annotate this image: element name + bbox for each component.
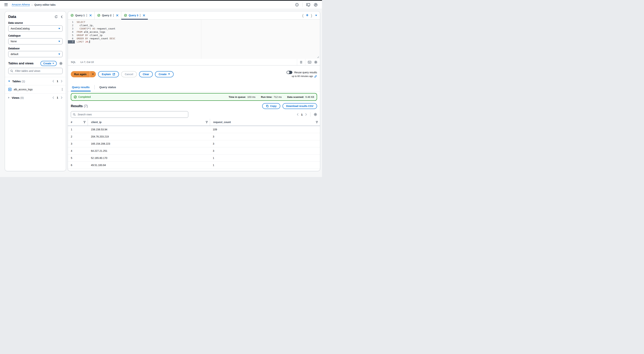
select-catalogue[interactable]: None — [8, 38, 62, 44]
edit-pencil-icon[interactable] — [314, 75, 317, 78]
filter-funnel-icon[interactable] — [206, 121, 208, 123]
tables-expand-icon[interactable] — [8, 81, 10, 82]
explain-button[interactable]: Explain — [98, 71, 119, 77]
close-tab-icon[interactable] — [143, 14, 145, 16]
results-preferences-gear-icon[interactable] — [314, 113, 317, 116]
format-query-icon[interactable] — [297, 61, 305, 64]
tab-menu-ellipsis-icon[interactable] — [113, 14, 114, 17]
filter-funnel-icon[interactable] — [316, 121, 318, 123]
code-line-5[interactable]: 5GROUP BY client_ip — [68, 34, 320, 37]
code-text: client_ip, — [75, 24, 94, 27]
column-header-client-ip[interactable]: client_ip — [91, 121, 206, 124]
query-success-check-icon — [97, 14, 100, 17]
table-name[interactable]: alb_access_logs — [14, 88, 33, 91]
download-results-csv-button[interactable]: Download results CSV — [282, 103, 317, 109]
run-again-split-button: Run again — [71, 71, 96, 77]
table-row[interactable]: 649.51.183.841 — [68, 162, 320, 169]
collapse-panel-icon[interactable] — [61, 15, 62, 18]
views-expand-icon[interactable] — [8, 97, 10, 99]
table-row-alb-access-logs[interactable]: alb_access_logs — [5, 85, 66, 93]
query-tab-2[interactable]: Query 2 — [94, 11, 121, 19]
column-header-index[interactable]: # — [71, 121, 83, 124]
copy-button[interactable]: Copy — [262, 103, 280, 109]
results-page-next-icon[interactable] — [305, 113, 307, 116]
add-tab-button[interactable]: + — [306, 13, 308, 17]
keyboard-shortcuts-icon[interactable] — [305, 61, 314, 63]
filter-funnel-icon[interactable] — [83, 121, 86, 123]
reuse-query-results-block: Reuse query results up to 60 minutes ago — [286, 71, 317, 78]
tables-page-prev-icon[interactable] — [52, 80, 54, 82]
query-tab-label: Query 1 — [75, 14, 85, 17]
refresh-icon[interactable] — [54, 15, 58, 18]
hamburger-menu-icon[interactable] — [4, 3, 8, 6]
cell-client-ip: 204.76.203.219 — [88, 135, 210, 138]
editor-settings-gear-icon[interactable] — [314, 60, 320, 64]
breadcrumb: Amazon Athena › Query editor tabs — [12, 3, 56, 6]
results-count: (7) — [84, 104, 88, 108]
code-line-4[interactable]: 4FROM alb_access_logs — [68, 30, 320, 34]
tab-query-results[interactable]: Query results — [71, 83, 91, 91]
views-page-prev-icon[interactable] — [52, 96, 54, 99]
tables-settings-gear-icon[interactable] — [59, 62, 62, 65]
code-line-6[interactable]: 6ORDER BY request_count DESC — [68, 37, 320, 40]
table-row[interactable]: 7128.203.200.1821 — [68, 169, 320, 171]
editor-resize-handle[interactable] — [317, 56, 319, 58]
table-row[interactable]: 464.227.21.2513 — [68, 147, 320, 154]
run-options-dropdown[interactable] — [90, 71, 96, 77]
table-row[interactable]: 2204.76.203.2193 — [68, 133, 320, 140]
tables-and-views-title: Tables and views — [8, 62, 34, 65]
search-rows-input[interactable] — [77, 113, 186, 116]
query-actions-toolbar: Run again Explain Cancel Clear Create Re… — [68, 65, 320, 83]
breadcrumb-separator-icon: › — [32, 3, 32, 6]
close-tab-icon[interactable] — [116, 14, 118, 16]
scroll-tabs-left-icon[interactable]: ( — [302, 13, 304, 17]
tables-group-row[interactable]: Tables (1) 1 — [5, 77, 66, 85]
select-data-source[interactable]: AwsDataCatalog — [8, 25, 62, 32]
code-text: COUNT(*) AS request_count — [75, 27, 115, 30]
views-group-row[interactable]: Views (0) 1 — [5, 93, 66, 102]
cell-index: 3 — [68, 142, 88, 145]
cancel-button[interactable]: Cancel — [121, 71, 137, 77]
column-header-request-count[interactable]: request_count — [213, 121, 316, 124]
code-line-3[interactable]: 3 COUNT(*) AS request_count — [68, 27, 320, 30]
views-group-count: (0) — [20, 96, 24, 99]
settings-hexagon-icon[interactable] — [314, 3, 318, 7]
cursor-position: Ln 7, Col 10 — [80, 61, 94, 63]
scroll-tabs-right-icon[interactable]: ) — [311, 13, 312, 17]
select-database[interactable]: default — [8, 51, 62, 57]
table-row[interactable]: 552.165.80.1701 — [68, 154, 320, 162]
tab-query-status[interactable]: Query status — [98, 83, 117, 91]
tables-page-next-icon[interactable] — [61, 80, 62, 82]
results-page-number: 1 — [301, 113, 302, 116]
clear-button[interactable]: Clear — [139, 71, 153, 77]
select-value: AwsDataCatalog — [10, 27, 58, 30]
create-query-button[interactable]: Create — [155, 71, 174, 77]
tables-group-label: Tables — [12, 80, 21, 83]
views-page-next-icon[interactable] — [61, 96, 62, 99]
breadcrumb-link-amazon-athena[interactable]: Amazon Athena — [12, 3, 30, 6]
table-options-ellipsis-icon[interactable] — [62, 88, 62, 91]
code-line-1[interactable]: 1SELECT — [68, 20, 320, 24]
code-line-2[interactable]: 2 client_ip, — [68, 24, 320, 27]
tab-menu-ellipsis-icon[interactable] — [86, 14, 87, 17]
results-page-prev-icon[interactable] — [297, 113, 298, 116]
expand-table-plus-icon[interactable] — [8, 88, 12, 91]
tab-menu-ellipsis-icon[interactable] — [140, 14, 140, 17]
table-row[interactable]: 1158.158.53.94109 — [68, 126, 320, 133]
table-row[interactable]: 3165.154.206.2233 — [68, 140, 320, 147]
sql-editor[interactable]: 1SELECT2 client_ip,3 COUNT(*) AS request… — [68, 19, 320, 59]
create-button[interactable]: Create — [40, 61, 57, 66]
reuse-results-toggle[interactable] — [286, 71, 292, 74]
query-tab-1[interactable]: Query 1 — [68, 11, 94, 19]
tab-list-dropdown-icon[interactable] — [315, 15, 317, 16]
query-tab-3[interactable]: Query 3 — [121, 11, 148, 19]
info-icon[interactable] — [295, 3, 299, 6]
cloudshell-icon[interactable] — [306, 3, 310, 6]
cell-request-count: 109 — [210, 128, 320, 131]
pager-divider — [310, 112, 310, 117]
run-again-button[interactable]: Run again — [71, 71, 90, 77]
close-tab-icon[interactable] — [90, 14, 92, 16]
metric-value: 103 ms — [247, 96, 256, 98]
filter-tables-input[interactable] — [15, 69, 60, 73]
code-line-7[interactable]: 7LIMIT 20; — [68, 40, 320, 43]
